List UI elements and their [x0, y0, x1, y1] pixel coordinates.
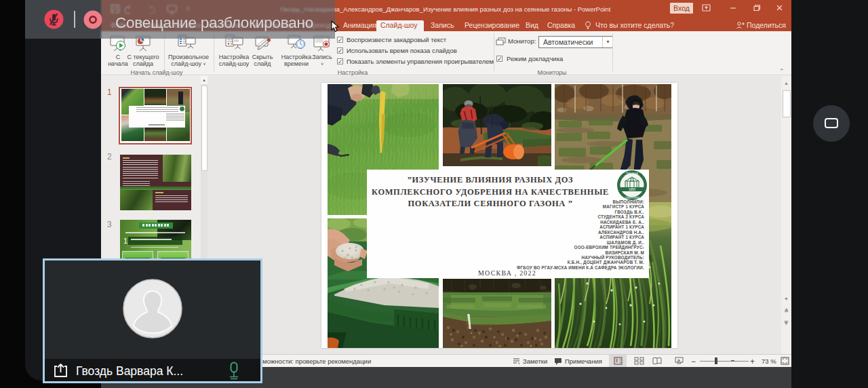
svg-text:РГАУ-МСХА: РГАУ-МСХА — [626, 172, 639, 175]
svg-text:ТИМИРЯЗЕВА: ТИМИРЯЗЕВА — [625, 197, 640, 199]
svg-text:1865: 1865 — [629, 188, 636, 191]
